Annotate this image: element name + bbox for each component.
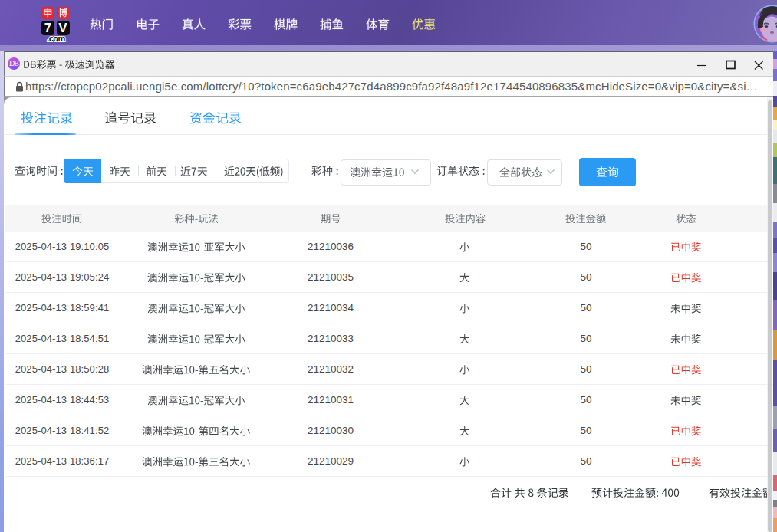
svg-text:.com: .com [47, 34, 65, 43]
